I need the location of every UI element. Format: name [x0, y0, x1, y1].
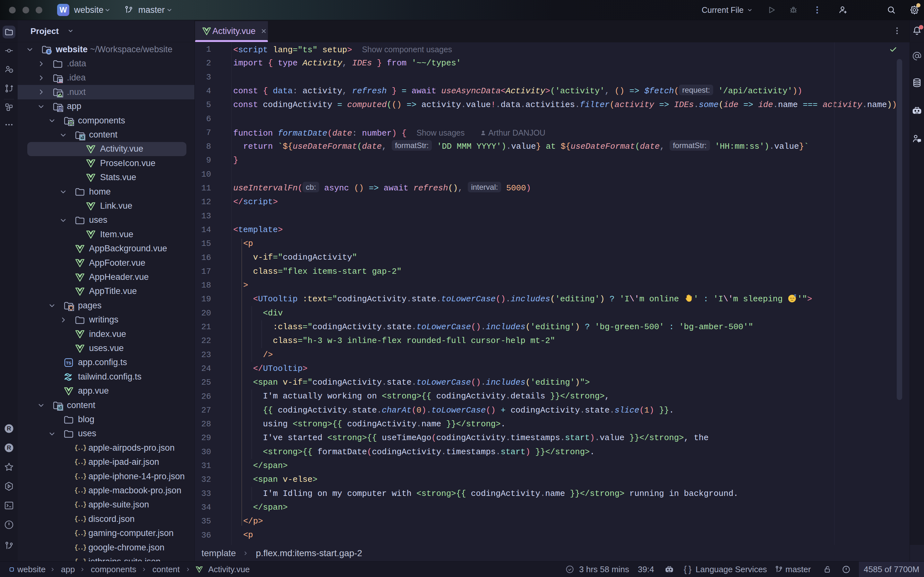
svg-text:TS: TS	[66, 361, 71, 366]
svg-text:J: J	[61, 79, 63, 83]
svg-text:R: R	[7, 425, 11, 432]
svg-text:R: R	[7, 444, 11, 451]
